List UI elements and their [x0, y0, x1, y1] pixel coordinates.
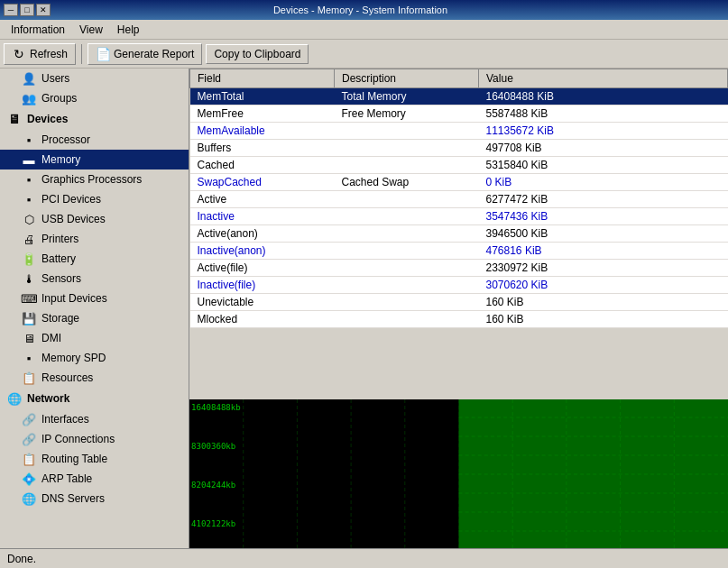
table-row[interactable]: Active(anon)3946500 KiB [190, 225, 728, 243]
window-controls[interactable]: ─ □ ✕ [4, 4, 51, 16]
table-row[interactable]: Unevictable160 KiB [190, 294, 728, 311]
table-row[interactable]: Inactive(file)3070620 KiB [190, 277, 728, 294]
table-row[interactable]: Buffers497708 KiB [190, 140, 728, 157]
interfaces-icon: 🔗 [22, 412, 36, 426]
sidebar-item-battery[interactable]: 🔋 Battery [0, 249, 189, 269]
table-row[interactable]: MemTotalTotal Memory16408488 KiB [190, 88, 728, 105]
table-row[interactable]: Active6277472 KiB [190, 191, 728, 208]
generate-report-button[interactable]: 📄 Generate Report [88, 43, 202, 65]
dmi-icon: 🖥 [22, 331, 36, 345]
sidebar-item-memspd[interactable]: ▪ Memory SPD [0, 348, 189, 368]
table-row[interactable]: Active(file)2330972 KiB [190, 260, 728, 277]
sidebar-item-groups[interactable]: 👥 Groups [0, 88, 189, 108]
main-layout: 👤 Users 👥 Groups 🖥 Devices ▪ Processor ▬… [0, 69, 728, 548]
sensors-icon: 🌡 [22, 271, 36, 286]
cell-value: 3547436 KiB [479, 208, 728, 225]
table-row[interactable]: Inactive3547436 KiB [190, 208, 728, 225]
input-icon: ⌨ [22, 291, 36, 306]
sidebar-item-devices[interactable]: 🖥 Devices [0, 108, 189, 130]
sidebar-item-network[interactable]: 🌐 Network [0, 388, 189, 409]
cell-value: 11135672 KiB [479, 123, 728, 140]
storage-icon: 💾 [22, 311, 36, 325]
cell-field: Inactive(anon) [190, 243, 335, 260]
cell-description [335, 225, 479, 243]
cell-field: Cached [190, 157, 335, 174]
cell-value: 0 KiB [479, 174, 728, 191]
cell-value: 160 KiB [479, 311, 728, 328]
sidebar-item-dmi[interactable]: 🖥 DMI [0, 328, 189, 348]
sidebar-item-memory[interactable]: ▬ Memory [0, 150, 189, 169]
memory-chart: 16408488kb 8300360kb 8204244kb 4102122kb [189, 399, 728, 548]
cell-value: 3070620 KiB [479, 277, 728, 294]
sidebar-item-interfaces[interactable]: 🔗 Interfaces [0, 409, 189, 429]
cell-field: Inactive(file) [190, 277, 335, 294]
sidebar-item-printers[interactable]: 🖨 Printers [0, 229, 189, 249]
sidebar-item-pci[interactable]: ▪ PCI Devices [0, 189, 189, 209]
cell-field: Active(file) [190, 260, 335, 277]
window-title: Devices - Memory - System Information [51, 5, 670, 15]
sidebar-item-resources[interactable]: 📋 Resources [0, 368, 189, 388]
sidebar-item-usb[interactable]: ⬡ USB Devices [0, 209, 189, 229]
usb-icon: ⬡ [22, 212, 36, 226]
sidebar-item-sensors[interactable]: 🌡 Sensors [0, 269, 189, 289]
svg-text:8204244kb: 8204244kb [191, 481, 235, 490]
devices-icon: 🖥 [7, 112, 22, 126]
status-text: Done. [7, 553, 36, 565]
cell-description [335, 243, 479, 260]
table-row[interactable]: Mlocked160 KiB [190, 311, 728, 328]
cell-field: MemTotal [190, 88, 335, 105]
cell-value: 497708 KiB [479, 140, 728, 157]
sidebar-item-graphics[interactable]: ▪ Graphics Processors [0, 169, 189, 189]
minimize-button[interactable]: ─ [4, 4, 18, 16]
data-table: Field Description Value MemTotalTotal Me… [189, 69, 728, 399]
cell-description [335, 294, 479, 311]
users-icon: 👤 [22, 71, 36, 86]
sidebar-item-ipconn[interactable]: 🔗 IP Connections [0, 429, 189, 449]
sidebar-item-input[interactable]: ⌨ Input Devices [0, 289, 189, 308]
cell-value: 2330972 KiB [479, 260, 728, 277]
cell-description [335, 140, 479, 157]
refresh-button[interactable]: ↻ Refresh [4, 43, 76, 65]
sidebar-item-arp[interactable]: 💠 ARP Table [0, 469, 189, 489]
cell-description [335, 208, 479, 225]
sidebar-item-processor[interactable]: ▪ Processor [0, 130, 189, 150]
status-bar: Done. [0, 548, 728, 568]
graphics-icon: ▪ [22, 172, 36, 187]
copy-clipboard-button[interactable]: Copy to Clipboard [206, 44, 309, 64]
memory-table: Field Description Value MemTotalTotal Me… [189, 69, 728, 328]
svg-text:16408488kb: 16408488kb [191, 403, 241, 412]
close-button[interactable]: ✕ [36, 4, 51, 16]
maximize-button[interactable]: □ [20, 4, 34, 16]
table-row[interactable]: Cached5315840 KiB [190, 157, 728, 174]
cell-value: 5587488 KiB [479, 105, 728, 123]
sidebar-item-users[interactable]: 👤 Users [0, 69, 189, 88]
dns-icon: 🌐 [22, 491, 36, 506]
menu-view[interactable]: View [72, 22, 110, 38]
col-description: Description [335, 69, 479, 88]
cell-value: 5315840 KiB [479, 157, 728, 174]
table-row[interactable]: MemAvailable11135672 KiB [190, 123, 728, 140]
table-row[interactable]: Inactive(anon)476816 KiB [190, 243, 728, 260]
svg-text:8300360kb: 8300360kb [191, 442, 235, 451]
cell-value: 160 KiB [479, 294, 728, 311]
groups-icon: 👥 [22, 91, 36, 105]
table-row[interactable]: SwapCachedCached Swap0 KiB [190, 174, 728, 191]
cell-description: Free Memory [335, 105, 479, 123]
processor-icon: ▪ [22, 133, 36, 147]
sidebar-item-dns[interactable]: 🌐 DNS Servers [0, 489, 189, 508]
cell-description [335, 157, 479, 174]
cell-description [335, 311, 479, 328]
arp-icon: 💠 [22, 472, 36, 486]
menu-help[interactable]: Help [110, 22, 147, 38]
memspd-icon: ▪ [22, 351, 36, 365]
cell-field: Unevictable [190, 294, 335, 311]
ipconn-icon: 🔗 [22, 432, 36, 446]
table-row[interactable]: MemFreeFree Memory5587488 KiB [190, 105, 728, 123]
cell-description [335, 260, 479, 277]
menu-information[interactable]: Information [4, 22, 72, 38]
battery-icon: 🔋 [22, 252, 36, 266]
sidebar-item-storage[interactable]: 💾 Storage [0, 308, 189, 328]
sidebar-item-routing[interactable]: 📋 Routing Table [0, 449, 189, 469]
cell-description [335, 191, 479, 208]
toolbar-separator [81, 44, 82, 64]
